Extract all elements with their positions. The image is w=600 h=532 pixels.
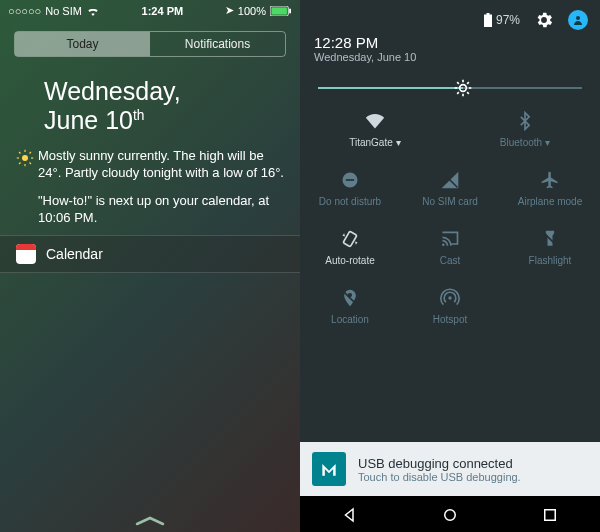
today-widget: Mostly sunny currently. The high will be…	[0, 141, 300, 235]
notification-card[interactable]: USB debugging connected Touch to disable…	[300, 442, 600, 496]
avatar[interactable]	[568, 10, 588, 30]
svg-line-8	[19, 152, 21, 154]
calendar-row[interactable]: Calendar	[0, 235, 300, 273]
tab-today[interactable]: Today	[15, 32, 150, 56]
svg-line-22	[457, 92, 459, 94]
qs-cast[interactable]: Cast	[400, 217, 500, 276]
svg-rect-25	[346, 179, 354, 181]
hotspot-icon	[440, 288, 460, 308]
flashlight-icon	[540, 229, 560, 249]
svg-rect-12	[484, 15, 492, 28]
calendar-row-label: Calendar	[46, 246, 103, 262]
battery-icon	[270, 6, 292, 16]
svg-point-32	[445, 510, 456, 521]
qs-flash-label: Flashlight	[529, 255, 572, 266]
qs-sim[interactable]: No SIM card	[400, 158, 500, 217]
qs-cast-label: Cast	[440, 255, 461, 266]
battery-icon	[484, 13, 492, 27]
qs-row-1: TitanGate▾ Bluetooth▾	[300, 99, 600, 158]
battery-pct: 100%	[238, 5, 266, 17]
qs-dnd-label: Do not disturb	[319, 196, 381, 207]
qs-row-4: Location Hotspot	[300, 276, 600, 335]
svg-line-23	[467, 82, 469, 84]
sun-icon	[16, 149, 38, 227]
svg-point-3	[22, 155, 28, 161]
qs-rotate[interactable]: Auto-rotate	[300, 217, 400, 276]
location-icon: ➤	[225, 4, 234, 17]
date-ordinal: th	[133, 107, 144, 122]
dnd-icon	[340, 170, 360, 190]
qs-hotspot-label: Hotspot	[433, 314, 467, 325]
qs-wifi-label: TitanGate	[349, 137, 393, 148]
qs-airplane-label: Airplane mode	[518, 196, 582, 207]
battery-status: 97%	[484, 13, 520, 27]
qs-sim-label: No SIM card	[422, 196, 478, 207]
chevron-down-icon: ▾	[545, 137, 550, 148]
brightness-slider[interactable]	[318, 87, 582, 89]
notif-subtitle: Touch to disable USB debugging.	[358, 471, 521, 483]
svg-line-20	[457, 82, 459, 84]
ios-date: Wednesday, June 10th	[0, 67, 300, 141]
calendar-text: "How-to!" is next up on your calendar, a…	[38, 192, 284, 227]
battery-pct: 97%	[496, 13, 520, 27]
svg-rect-27	[343, 231, 357, 247]
svg-point-28	[442, 244, 445, 247]
gear-icon[interactable]	[534, 10, 554, 30]
weather-text: Mostly sunny currently. The high will be…	[38, 147, 284, 182]
cast-icon	[440, 229, 460, 249]
svg-point-31	[448, 296, 451, 299]
calendar-icon	[16, 244, 36, 264]
qs-wifi[interactable]: TitanGate▾	[300, 99, 450, 158]
airplane-icon	[540, 170, 560, 190]
brightness-icon	[453, 78, 473, 98]
svg-rect-33	[545, 510, 556, 521]
svg-rect-13	[486, 13, 489, 15]
carrier-label: No SIM	[45, 5, 82, 17]
notif-title: USB debugging connected	[358, 456, 521, 471]
rotate-icon	[340, 229, 360, 249]
tab-segmented: Today Notifications	[14, 31, 286, 57]
qs-bluetooth[interactable]: Bluetooth▾	[450, 99, 600, 158]
slider-progress	[318, 87, 463, 89]
location-icon	[340, 288, 360, 308]
signal-icon: ○○○○○	[8, 5, 41, 17]
recents-button[interactable]	[541, 506, 559, 524]
sim-icon	[440, 170, 460, 190]
qs-airplane[interactable]: Airplane mode	[500, 158, 600, 217]
home-button[interactable]	[441, 506, 459, 524]
android-date[interactable]: 12:28 PM Wednesday, June 10	[300, 34, 600, 69]
wifi-icon	[86, 6, 100, 16]
android-navbar	[300, 496, 600, 532]
svg-point-15	[460, 85, 467, 92]
person-icon	[572, 14, 584, 26]
date-weekday: Wednesday,	[44, 77, 256, 106]
svg-line-11	[30, 152, 32, 154]
bluetooth-icon	[515, 111, 535, 131]
android-panel: 97% 12:28 PM Wednesday, June 10 TitanGat…	[300, 0, 600, 532]
ios-status-bar: ○○○○○ No SIM 1:24 PM ➤ 100%	[0, 0, 300, 21]
date-monthday: June 10	[44, 106, 133, 134]
qs-dnd[interactable]: Do not disturb	[300, 158, 400, 217]
qs-location[interactable]: Location	[300, 276, 400, 335]
svg-line-21	[467, 92, 469, 94]
qs-hotspot[interactable]: Hotspot	[400, 276, 500, 335]
svg-rect-1	[271, 7, 286, 14]
android-m-icon	[312, 452, 346, 486]
qs-bluetooth-label: Bluetooth	[500, 137, 542, 148]
qs-row-2: Do not disturb No SIM card Airplane mode	[300, 158, 600, 217]
svg-rect-2	[289, 8, 291, 13]
svg-line-10	[19, 162, 21, 164]
qs-flash[interactable]: Flashlight	[500, 217, 600, 276]
back-button[interactable]	[341, 506, 359, 524]
ios-panel: ○○○○○ No SIM 1:24 PM ➤ 100% Today Notifi…	[0, 0, 300, 532]
tab-notifications[interactable]: Notifications	[150, 32, 285, 56]
qs-location-label: Location	[331, 314, 369, 325]
svg-point-14	[576, 16, 580, 20]
svg-line-9	[30, 162, 32, 164]
android-time: 12:28 PM	[314, 34, 586, 51]
grabber-icon[interactable]	[135, 516, 165, 526]
qs-row-3: Auto-rotate Cast Flashlight	[300, 217, 600, 276]
chevron-down-icon: ▾	[396, 137, 401, 148]
status-time: 1:24 PM	[142, 5, 184, 17]
android-status-bar: 97%	[300, 0, 600, 34]
